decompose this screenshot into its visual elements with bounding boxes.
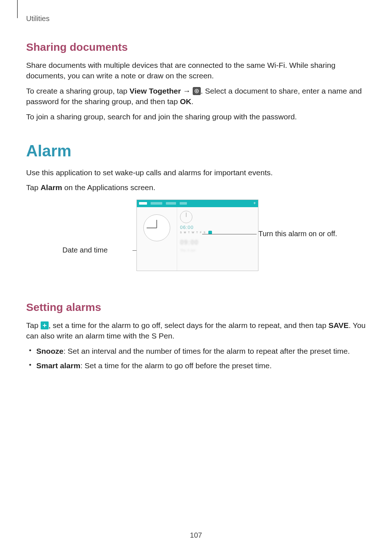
list-item: Smart alarm: Set a time for the alarm to… — [36, 360, 366, 371]
breadcrumb: Utilities — [26, 15, 366, 23]
lead-line-right — [202, 234, 257, 234]
text: , set a time for the alarm to go off, se… — [49, 321, 328, 329]
alarm-tap: Tap Alarm on the Applications screen. — [26, 182, 366, 193]
alarm-label: Alarm — [41, 183, 62, 192]
tab-timer[interactable] — [180, 202, 187, 205]
ok-label: OK — [180, 97, 192, 106]
alarm-item-sub-2: Thu, 5 Jun — [180, 249, 255, 252]
add-group-icon — [193, 87, 201, 95]
text: To create a sharing group, tap — [26, 87, 130, 95]
tab-alarm[interactable] — [139, 202, 147, 205]
sharing-p2: To create a sharing group, tap View Toge… — [26, 86, 366, 107]
header-rule — [17, 0, 18, 18]
tab-stopwatch[interactable] — [166, 202, 176, 205]
text: → — [181, 87, 193, 95]
add-alarm-icon[interactable]: + — [253, 201, 256, 205]
alarm-list: 06:00 S M T W T F S 09:00 Thu, 5 Jun — [177, 207, 258, 271]
alarm-item-time: 06:00 — [180, 225, 255, 230]
view-together-label: View Together — [130, 87, 181, 95]
alarm-intro: Use this application to set wake-up call… — [26, 167, 366, 178]
alarm-tab-bar: + — [137, 200, 258, 207]
page: Utilities Sharing documents Share docume… — [0, 0, 392, 371]
bullet-rest: : Set a time for the alarm to go off bef… — [80, 361, 271, 370]
text: Tap — [26, 183, 41, 192]
alarm-heading: Alarm — [26, 142, 366, 160]
text: on the Applications screen. — [62, 183, 155, 192]
alarm-figure: Date and time + 06:00 — [26, 200, 366, 283]
tab-worldclock[interactable] — [151, 202, 162, 205]
setting-heading: Setting alarms — [26, 301, 366, 313]
analog-clock-panel — [137, 207, 177, 271]
sharing-p1: Share documents with multiple devices th… — [26, 60, 366, 81]
bullet-rest: : Set an interval and the number of time… — [64, 347, 350, 355]
analog-clock-icon — [143, 214, 170, 241]
setting-bullets: Snooze: Set an interval and the number o… — [26, 346, 366, 372]
sharing-heading: Sharing documents — [26, 41, 366, 53]
alarm-item-clock-icon — [180, 211, 192, 223]
text: . — [191, 97, 193, 106]
alarm-item-days: S M T W T F S — [180, 231, 206, 234]
save-label: SAVE — [328, 321, 349, 329]
alarm-screen-body: 06:00 S M T W T F S 09:00 Thu, 5 Jun — [137, 207, 258, 271]
callout-date-time: Date and time — [62, 246, 108, 254]
page-number: 107 — [0, 531, 392, 539]
list-item: Snooze: Set an interval and the number o… — [36, 346, 366, 357]
setting-p: Tap , set a time for the alarm to go off… — [26, 320, 366, 341]
sharing-p3: To join a sharing group, search for and … — [26, 111, 366, 122]
alarm-screenshot: + 06:00 S M T W T F S — [136, 200, 258, 271]
plus-icon — [41, 321, 49, 329]
bullet-bold: Smart alarm — [36, 361, 80, 370]
alarm-item-blurred: 09:00 Thu, 5 Jun — [180, 239, 255, 252]
bullet-bold: Snooze — [36, 347, 64, 355]
text: Tap — [26, 321, 41, 329]
alarm-item-time-2: 09:00 — [180, 239, 255, 246]
callout-toggle: Turn this alarm on or off. — [258, 230, 337, 238]
